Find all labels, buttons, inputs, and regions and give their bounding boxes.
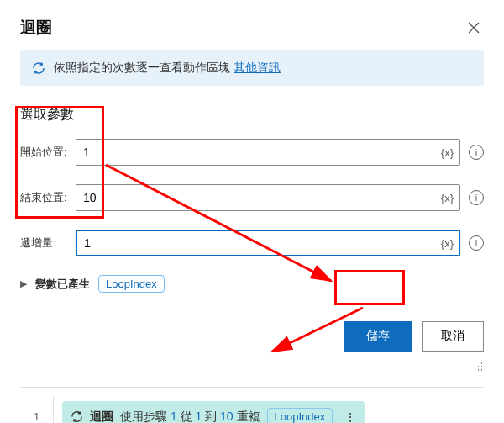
- info-icon[interactable]: i: [469, 235, 484, 251]
- loop-icon: [32, 61, 45, 75]
- cancel-button[interactable]: 取消: [422, 321, 484, 352]
- dialog-header: 迴圈: [20, 17, 484, 39]
- step-row: 1 迴圈 使用步驟 1 從 1 到 10 重複 LoopIndex ⋮: [20, 396, 484, 423]
- more-icon[interactable]: ⋮: [344, 410, 356, 424]
- info-link[interactable]: 其他資訊: [234, 61, 281, 74]
- param-end-row: 結束位置: {x} i: [20, 184, 484, 211]
- param-incr-row: 遞增量: {x} i: [20, 230, 484, 256]
- step-name: 迴圈: [90, 410, 113, 424]
- info-icon[interactable]: i: [469, 145, 484, 160]
- variable-chip[interactable]: LoopIndex: [98, 275, 165, 293]
- end-label: 結束位置:: [20, 190, 67, 205]
- step-desc: 使用步驟 1 從 1 到 10 重複: [120, 410, 260, 424]
- loop-icon: [71, 410, 83, 423]
- resize-grip-icon[interactable]: [472, 360, 484, 372]
- loop-dialog: 迴圈 依照指定的次數逐一查看動作區塊 其他資訊 選取參數 開始位置: {x} i…: [0, 0, 504, 423]
- section-title: 選取參數: [20, 106, 484, 124]
- generated-vars-row[interactable]: ▶ 變數已產生 LoopIndex: [20, 275, 484, 293]
- dialog-button-row: 儲存 取消: [20, 321, 484, 352]
- param-start-row: 開始位置: {x} i: [20, 139, 484, 166]
- step-number: 1: [20, 396, 54, 423]
- divider: [20, 387, 484, 388]
- end-input[interactable]: [76, 184, 460, 211]
- info-text: 依照指定的次數逐一查看動作區塊 其他資訊: [54, 61, 281, 76]
- start-input[interactable]: [76, 139, 460, 166]
- loop-step-card[interactable]: 迴圈 使用步驟 1 從 1 到 10 重複 LoopIndex ⋮: [62, 401, 365, 423]
- incr-input[interactable]: [76, 230, 460, 256]
- start-label: 開始位置:: [20, 145, 67, 160]
- dialog-title: 迴圈: [20, 17, 52, 39]
- generated-vars-label: 變數已產生: [35, 277, 90, 292]
- save-button[interactable]: 儲存: [344, 321, 412, 352]
- info-banner: 依照指定的次數逐一查看動作區塊 其他資訊: [20, 50, 484, 86]
- svg-line-0: [106, 165, 331, 281]
- close-icon[interactable]: [464, 18, 484, 38]
- info-icon[interactable]: i: [469, 190, 484, 205]
- variable-chip[interactable]: LoopIndex: [267, 408, 333, 423]
- chevron-right-icon: ▶: [20, 278, 27, 289]
- step-list: 1 迴圈 使用步驟 1 從 1 到 10 重複 LoopIndex ⋮ 2: [20, 396, 484, 423]
- resize-grip-row: [20, 360, 484, 372]
- incr-label: 遞增量:: [20, 235, 67, 251]
